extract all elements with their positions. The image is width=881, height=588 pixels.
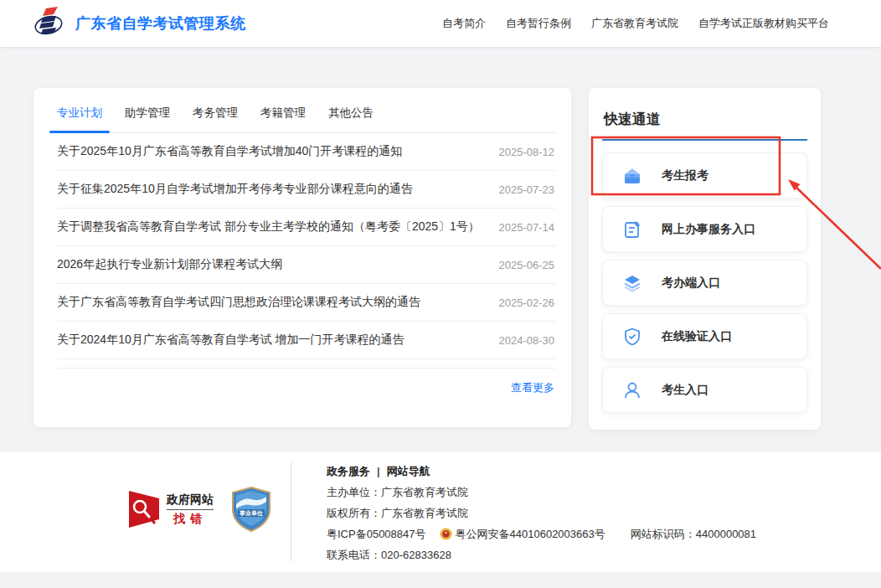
site-title: 广东省自学考试管理系统: [75, 13, 246, 34]
news-date: 2024-08-30: [499, 334, 557, 347]
header: 广东省自学考试管理系统 自考简介 自考暂行条例 广东省教育考试院 自学考试正版教…: [0, 0, 881, 48]
news-item: 关于2025年10月广东省高等教育自学考试增加40门开考课程的通知 2025-0…: [57, 133, 556, 171]
footer-copyright: 版权所有：广东省教育考试院: [327, 503, 756, 524]
news-link[interactable]: 关于调整我省高等教育自学考试 部分专业主考学校的通知（粤考委〔2025〕1号）: [57, 219, 480, 235]
news-item: 关于征集2025年10月自学考试增加开考停考专业部分课程意向的通告 2025-0…: [57, 171, 556, 209]
footer-phone: 联系电话：020-62833628: [327, 544, 756, 565]
site-brand[interactable]: 广东省自学考试管理系统: [33, 7, 246, 40]
icp-number: 粤ICP备05008847号: [327, 524, 426, 544]
gov-service-link[interactable]: 政务服务: [327, 465, 370, 477]
quick-button-online-service[interactable]: 网上办事服务入口: [602, 206, 807, 252]
quick-button-candidate-entrance[interactable]: 考生入口: [602, 367, 807, 413]
quick-button-label: 考生入口: [662, 383, 708, 398]
document-edit-icon: [622, 219, 642, 240]
quick-button-label: 考办端入口: [662, 276, 720, 291]
gov-badge-line1: 政府网站: [167, 493, 214, 510]
news-link[interactable]: 2026年起执行专业新计划部分课程考试大纲: [57, 257, 282, 272]
footer-info: 政务服务|网站导航 主办单位：广东省教育考试院 版权所有：广东省教育考试院 粤I…: [327, 461, 756, 565]
tab-other-notices[interactable]: 其他公告: [328, 106, 374, 132]
tab-study-support[interactable]: 助学管理: [125, 106, 170, 132]
tab-exam-registry[interactable]: 考籍管理: [260, 106, 306, 132]
security-emblem-icon: [440, 528, 452, 540]
view-more-link[interactable]: 查看更多: [511, 381, 554, 394]
shield-check-icon: [622, 327, 642, 347]
institution-badge[interactable]: 事业单位: [229, 486, 273, 536]
news-item: 关于广东省高等教育自学考试四门思想政治理论课课程考试大纲的通告 2025-02-…: [57, 284, 556, 322]
mail-icon: [622, 166, 642, 186]
nav-link-self-exam-intro[interactable]: 自考简介: [442, 16, 486, 31]
gov-error-report-badge[interactable]: 政府网站 找错: [127, 489, 214, 529]
news-date: 2025-07-14: [499, 221, 557, 234]
tab-major-plan[interactable]: 专业计划: [57, 106, 102, 132]
top-nav: 自考简介 自考暂行条例 广东省教育考试院 自学考试正版教材购买平台: [442, 16, 829, 31]
footer-divider: [291, 462, 291, 561]
news-date: 2025-07-23: [499, 183, 557, 196]
news-link[interactable]: 关于广东省高等教育自学考试四门思想政治理论课课程考试大纲的通告: [57, 295, 420, 310]
footer: 政府网站 找错 事业单位 政务服务|网站导航 主办单位：广东省教育考试院 版权所…: [0, 452, 881, 572]
person-icon: [622, 380, 642, 400]
institution-badge-label: 事业单位: [239, 509, 263, 517]
tab-exam-affairs[interactable]: 考务管理: [193, 106, 238, 132]
layers-icon: [622, 273, 642, 293]
quick-button-exam-office[interactable]: 考办端入口: [602, 260, 807, 306]
nav-link-textbook-purchase-platform[interactable]: 自学考试正版教材购买平台: [698, 16, 829, 31]
quick-panel-title: 快速通道: [604, 110, 807, 129]
site-logo-icon: [33, 7, 64, 40]
news-date: 2025-06-25: [499, 259, 557, 271]
news-link[interactable]: 关于2025年10月广东省高等教育自学考试增加40门开考课程的通知: [57, 144, 402, 159]
news-link[interactable]: 关于征集2025年10月自学考试增加开考停考专业部分课程意向的通告: [57, 182, 413, 197]
empty-news-row: [57, 359, 556, 369]
news-list: 关于2025年10月广东省高等教育自学考试增加40门开考课程的通知 2025-0…: [57, 133, 556, 369]
institution-shield-icon: 事业单位: [229, 486, 273, 533]
page: 广东省自学考试管理系统 自考简介 自考暂行条例 广东省教育考试院 自学考试正版教…: [0, 0, 881, 588]
footer-sep: |: [377, 465, 380, 477]
news-item: 关于调整我省高等教育自学考试 部分专业主考学校的通知（粤考委〔2025〕1号） …: [57, 209, 556, 246]
footer-organizer: 主办单位：广东省教育考试院: [327, 482, 756, 503]
quick-panel: 快速通道 考生报考 网上办事服务入口: [589, 88, 821, 430]
notice-panel: 专业计划 助学管理 考务管理 考籍管理 其他公告 关于2025年10月广东省高等…: [33, 88, 571, 427]
news-date: 2025-08-12: [499, 146, 557, 158]
nav-link-provisional-regulations[interactable]: 自考暂行条例: [506, 16, 571, 31]
footer-icp-line: 粤ICP备05008847号 粤公网安备44010602003663号 网站标识…: [327, 524, 756, 544]
footer-service-nav: 政务服务|网站导航: [327, 461, 756, 482]
quick-button-candidate-register[interactable]: 考生报考: [602, 152, 807, 199]
news-link[interactable]: 关于2024年10月广东省高等教育自学考试 增加一门开考课程的通告: [57, 333, 404, 348]
quick-button-label: 在线验证入口: [662, 329, 732, 344]
nav-link-education-examination-authority[interactable]: 广东省教育考试院: [591, 16, 678, 31]
gov-error-magnifier-icon: [127, 489, 161, 529]
news-item: 2026年起执行专业新计划部分课程考试大纲 2025-06-25: [57, 246, 556, 284]
site-nav-link[interactable]: 网站导航: [387, 465, 430, 477]
news-date: 2025-02-26: [499, 297, 557, 309]
quick-button-online-verification[interactable]: 在线验证入口: [602, 313, 807, 359]
quick-button-label: 网上办事服务入口: [662, 222, 755, 237]
security-record-number: 粤公网安备44010602003663号: [456, 524, 605, 544]
more-row: 查看更多: [57, 369, 556, 395]
quick-panel-underline: [602, 139, 807, 141]
gov-badge-line2: 找错: [167, 512, 214, 527]
site-identification-code: 网站标识码：4400000081: [631, 524, 756, 544]
notice-tabs: 专业计划 助学管理 考务管理 考籍管理 其他公告: [57, 88, 556, 133]
news-item: 关于2024年10月广东省高等教育自学考试 增加一门开考课程的通告 2024-0…: [57, 322, 556, 359]
quick-button-label: 考生报考: [662, 168, 708, 183]
